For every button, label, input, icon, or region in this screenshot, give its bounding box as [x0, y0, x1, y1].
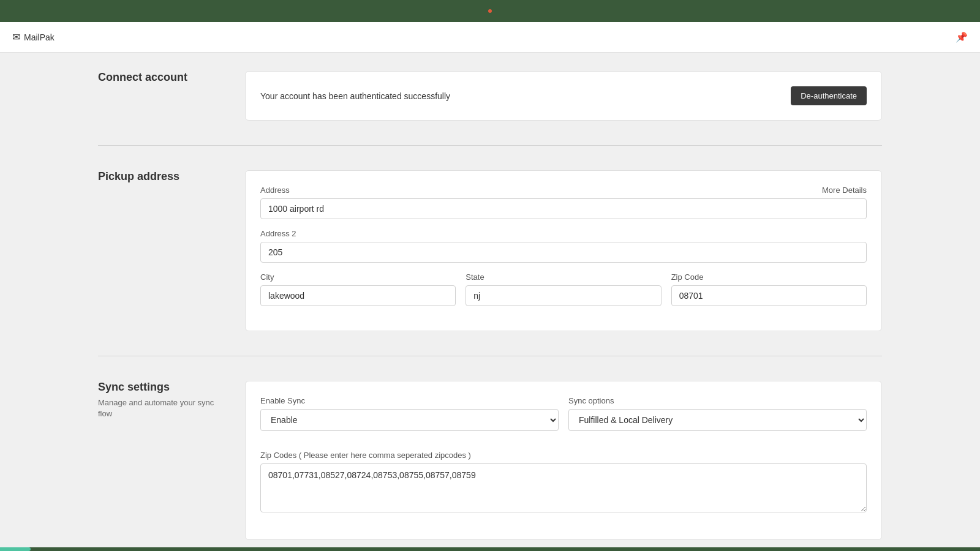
pickup-address-label: Pickup address: [98, 170, 221, 331]
zipcode-row: Zip Code: [671, 272, 867, 306]
address2-input[interactable]: [260, 242, 867, 263]
state-label-row: State: [466, 272, 661, 282]
address-label-row: Address More Details: [260, 186, 867, 195]
nav-brand: ✉ MailPak: [12, 31, 55, 43]
bottom-bar: [0, 547, 980, 551]
more-details-link[interactable]: More Details: [822, 186, 867, 195]
address-row: Address More Details: [260, 186, 867, 219]
zipcodes-label: Zip Codes ( Please enter here comma sepe…: [260, 451, 471, 460]
connect-account-section: Connect account Your account has been au…: [98, 71, 882, 146]
address-label: Address: [260, 186, 290, 195]
city-input[interactable]: [260, 285, 456, 306]
enable-sync-row: Enable Sync Enable Disable: [260, 396, 559, 431]
sync-options-label-row: Sync options: [568, 396, 867, 405]
sync-settings-label: Sync settings Manage and automate your s…: [98, 381, 221, 540]
sync-options-select[interactable]: Fulfilled & Local Delivery Fulfilled Onl…: [568, 409, 867, 431]
sync-settings-title: Sync settings: [98, 381, 221, 394]
zipcode-input[interactable]: [671, 285, 867, 306]
sync-options-row: Sync options Fulfilled & Local Delivery …: [568, 396, 867, 431]
deauthenticate-button[interactable]: De-authenticate: [791, 86, 867, 105]
top-bar-dot: [488, 9, 492, 13]
brand-name: MailPak: [24, 32, 55, 42]
city-label-row: City: [260, 272, 456, 282]
state-row: State: [466, 272, 661, 306]
enable-sync-select[interactable]: Enable Disable: [260, 409, 559, 431]
top-bar: [0, 0, 980, 22]
zipcodes-label-row: Zip Codes ( Please enter here comma sepe…: [260, 451, 867, 460]
address2-row: Address 2: [260, 229, 867, 263]
enable-sync-label-row: Enable Sync: [260, 396, 559, 405]
city-state-zip-grid: City State Zip Code: [260, 272, 867, 316]
auth-message: Your account has been authenticated succ…: [260, 91, 450, 101]
nav-bar: ✉ MailPak 📌: [0, 22, 980, 53]
address-input[interactable]: [260, 198, 867, 219]
pickup-address-content: Address More Details Address 2 City: [245, 170, 882, 331]
bottom-bar-progress: [0, 547, 31, 551]
state-input[interactable]: [466, 285, 661, 306]
connect-account-content: Your account has been authenticated succ…: [245, 71, 882, 121]
address2-label: Address 2: [260, 229, 296, 238]
pickup-address-title: Pickup address: [98, 170, 221, 183]
auth-row: Your account has been authenticated succ…: [260, 86, 867, 105]
sync-settings-subtitle: Manage and automate your sync flow: [98, 397, 221, 419]
zipcodes-textarea[interactable]: 08701,07731,08527,08724,08753,08755,0875…: [260, 463, 867, 512]
sync-settings-content: Enable Sync Enable Disable Sync options …: [245, 381, 882, 540]
address2-label-row: Address 2: [260, 229, 867, 238]
mail-icon: ✉: [12, 31, 20, 43]
zipcodes-row: Zip Codes ( Please enter here comma sepe…: [260, 451, 867, 515]
state-label: State: [466, 272, 484, 282]
sync-options-label: Sync options: [568, 396, 614, 405]
enable-sync-label: Enable Sync: [260, 396, 305, 405]
sync-settings-section: Sync settings Manage and automate your s…: [98, 381, 882, 551]
pickup-address-section: Pickup address Address More Details Addr…: [98, 170, 882, 356]
zipcode-label-row: Zip Code: [671, 272, 867, 282]
connect-account-title: Connect account: [98, 71, 221, 84]
city-label: City: [260, 272, 274, 282]
connect-account-label: Connect account: [98, 71, 221, 121]
main-content: Connect account Your account has been au…: [0, 53, 980, 551]
sync-options-grid: Enable Sync Enable Disable Sync options …: [260, 396, 867, 441]
city-row: City: [260, 272, 456, 306]
pin-icon: 📌: [956, 31, 968, 43]
zipcode-label: Zip Code: [671, 272, 704, 282]
